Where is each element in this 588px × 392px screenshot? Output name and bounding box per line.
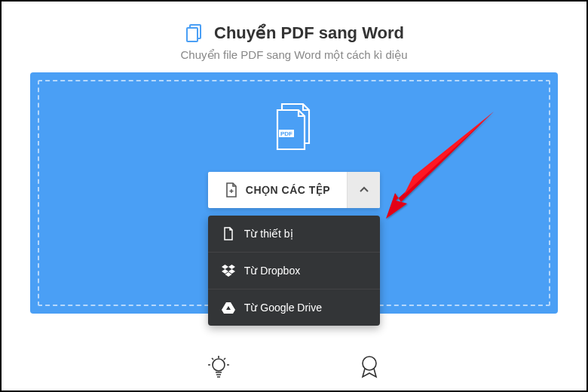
dropdown-item-gdrive[interactable]: Từ Google Drive [208, 289, 380, 326]
file-add-icon [225, 182, 238, 198]
pdf-stack-icon: PDF [268, 101, 320, 155]
dropdown-item-dropbox[interactable]: Từ Dropbox [208, 253, 380, 289]
svg-rect-1 [187, 28, 198, 41]
dropbox-icon [222, 264, 235, 277]
page-subtitle: Chuyển file PDF sang Word một cách kì di… [8, 48, 580, 62]
choose-files-toggle[interactable] [347, 172, 380, 208]
lightbulb-icon [207, 354, 231, 378]
google-drive-icon [222, 301, 235, 314]
dropdown-item-label: Từ thiết bị [244, 228, 293, 240]
file-icon [222, 227, 235, 240]
source-dropdown: Từ thiết bị Từ Dropbox [208, 216, 380, 326]
chevron-up-icon [359, 183, 369, 197]
svg-point-4 [213, 359, 225, 371]
bottom-icon-row [8, 354, 580, 378]
page-title: Chuyển PDF sang Word [214, 23, 404, 43]
page-header: Chuyển PDF sang Word Chuyển file PDF san… [8, 8, 580, 72]
dropdown-item-label: Từ Google Drive [244, 302, 322, 314]
choose-files-label: CHỌN CÁC TỆP [246, 184, 330, 196]
svg-text:PDF: PDF [280, 130, 292, 137]
choose-files-button[interactable]: CHỌN CÁC TỆP [208, 172, 380, 208]
svg-point-5 [363, 357, 376, 370]
dropdown-item-device[interactable]: Từ thiết bị [208, 216, 380, 253]
choose-files-main[interactable]: CHỌN CÁC TỆP [208, 172, 347, 208]
dropdown-item-label: Từ Dropbox [244, 265, 300, 277]
file-dropzone[interactable]: PDF CHỌN CÁ [30, 72, 558, 314]
copy-pages-icon [184, 23, 205, 44]
award-ribbon-icon [357, 354, 381, 378]
